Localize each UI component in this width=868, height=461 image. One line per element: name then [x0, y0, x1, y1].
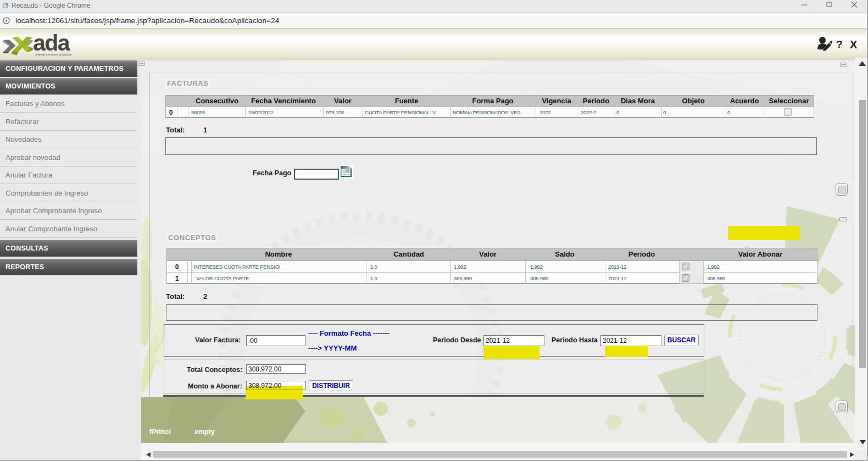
svg-text:shared services solutions: shared services solutions [35, 53, 71, 56]
svg-text:ada: ada [33, 30, 71, 55]
